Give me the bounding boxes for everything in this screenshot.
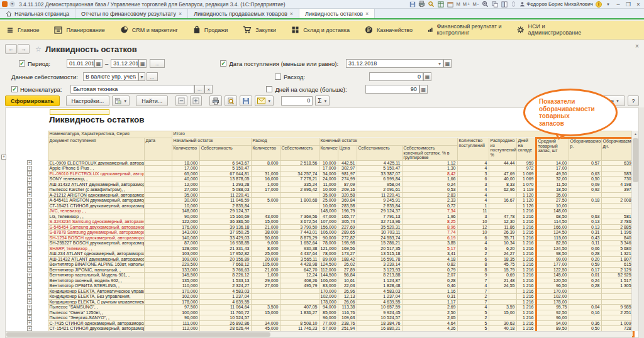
- value-cell[interactable]: 89,000: [319, 256, 338, 262]
- value-cell[interactable]: [569, 315, 601, 321]
- value-cell[interactable]: 639: [601, 160, 633, 166]
- value-cell[interactable]: 320,58: [338, 192, 357, 198]
- date-cell[interactable]: [144, 288, 172, 294]
- value-cell[interactable]: [280, 299, 319, 305]
- value-cell[interactable]: 52 925: [601, 273, 633, 278]
- value-cell[interactable]: 10: [457, 230, 489, 236]
- value-cell[interactable]: 90,000: [172, 214, 199, 219]
- value-cell[interactable]: [251, 209, 280, 214]
- value-cell[interactable]: 35,000: [319, 192, 338, 198]
- value-cell[interactable]: 17 952,82: [199, 251, 251, 257]
- value-cell[interactable]: 124,50: [536, 246, 569, 251]
- value-cell[interactable]: 840: [601, 235, 633, 241]
- expand-toggle[interactable]: +: [21, 310, 33, 315]
- tab-liquidity-balances[interactable]: Ликвидность остатков ×: [299, 9, 375, 18]
- value-cell[interactable]: 1,16: [402, 288, 457, 294]
- value-cell[interactable]: 1 216: [516, 267, 536, 273]
- value-cell[interactable]: 1 120: [516, 198, 536, 204]
- calendar-icon[interactable]: ▦: [443, 59, 452, 68]
- value-cell[interactable]: 111,000: [172, 320, 199, 326]
- value-cell[interactable]: [601, 315, 633, 321]
- value-cell[interactable]: 8 508,10: [280, 320, 319, 326]
- date-cell[interactable]: [144, 267, 172, 273]
- value-cell[interactable]: 90,000: [319, 235, 338, 241]
- value-cell[interactable]: 89,50: [536, 326, 569, 332]
- value-cell[interactable]: 2 251: [601, 310, 633, 315]
- value-cell[interactable]: 11 064,64: [199, 305, 251, 310]
- value-cell[interactable]: 33 429,03: [199, 235, 251, 241]
- value-cell[interactable]: 8: [457, 262, 489, 268]
- value-cell[interactable]: 39 136,18: [199, 224, 251, 230]
- value-cell[interactable]: 1 070: [516, 182, 536, 187]
- value-cell[interactable]: 16 591,78: [357, 256, 402, 262]
- value-cell[interactable]: 0,82: [402, 262, 457, 268]
- value-cell[interactable]: 730: [601, 177, 633, 182]
- value-cell[interactable]: 2,07: [402, 273, 457, 278]
- value-cell[interactable]: 115,00: [536, 235, 569, 241]
- value-cell[interactable]: 6 943,67: [199, 160, 251, 166]
- value-cell[interactable]: 1 807: [601, 256, 633, 262]
- date-cell[interactable]: [144, 177, 172, 182]
- value-cell[interactable]: 407,05: [280, 305, 319, 310]
- nomenclature-cell[interactable]: Кондиционер ELEKTA, Без управления,: [48, 294, 144, 300]
- value-cell[interactable]: 1 216: [516, 315, 536, 321]
- value-cell[interactable]: 4: [457, 187, 489, 193]
- date-cell[interactable]: [144, 214, 172, 219]
- value-cell[interactable]: [280, 209, 319, 214]
- value-cell[interactable]: 6 599,84: [357, 177, 402, 182]
- nomenclature-field[interactable]: Бытовая техника: [70, 85, 194, 94]
- date-cell[interactable]: [144, 219, 172, 225]
- date-cell[interactable]: [144, 262, 172, 268]
- expand-toggle[interactable]: +: [21, 262, 33, 268]
- value-cell[interactable]: 1,17: [402, 299, 457, 305]
- value-cell[interactable]: [280, 315, 319, 321]
- value-cell[interactable]: [280, 288, 319, 294]
- value-cell[interactable]: [601, 203, 633, 209]
- value-cell[interactable]: 274,99: [338, 177, 357, 182]
- value-cell[interactable]: 38,000: [251, 230, 280, 236]
- value-cell[interactable]: 188,42: [338, 256, 357, 262]
- print-preview-button[interactable]: [225, 95, 237, 106]
- value-cell[interactable]: [601, 288, 633, 294]
- value-cell[interactable]: 15,000: [251, 310, 280, 315]
- value-cell[interactable]: 14,00: [536, 160, 569, 166]
- value-cell[interactable]: [251, 288, 280, 294]
- value-cell[interactable]: 3 239,14: [357, 262, 402, 268]
- value-cell[interactable]: 87,000: [172, 241, 199, 246]
- value-cell[interactable]: 18,35: [489, 256, 516, 262]
- value-cell[interactable]: [251, 203, 280, 209]
- date-cell[interactable]: [144, 209, 172, 214]
- table-icon[interactable]: [437, 1, 444, 8]
- value-cell[interactable]: 0,11: [569, 241, 601, 246]
- value-cell[interactable]: 5,000: [251, 198, 280, 204]
- expand-toggle[interactable]: +: [21, 267, 33, 273]
- value-cell[interactable]: 1 216: [516, 299, 536, 305]
- value-cell[interactable]: 96,000: [319, 315, 338, 321]
- value-cell[interactable]: 96,000: [172, 315, 199, 321]
- value-cell[interactable]: 98,50: [536, 251, 569, 257]
- value-cell[interactable]: 3 346: [601, 241, 633, 246]
- value-cell[interactable]: 122,50: [536, 267, 569, 273]
- value-cell[interactable]: 6: [457, 246, 489, 251]
- value-cell[interactable]: 15 286,21: [357, 241, 402, 246]
- precision-input[interactable]: 0: [281, 96, 313, 106]
- window-restore-button[interactable]: ❐: [625, 1, 632, 8]
- expand-toggle[interactable]: +: [21, 219, 33, 225]
- value-cell[interactable]: 728: [601, 326, 633, 332]
- form-close-button[interactable]: ×: [633, 43, 641, 50]
- main-menu-icon[interactable]: ▾: [9, 1, 15, 7]
- value-cell[interactable]: 10,000: [319, 160, 338, 166]
- value-cell[interactable]: 173,27: [338, 251, 357, 257]
- value-cell[interactable]: 65,000: [172, 171, 199, 177]
- value-cell[interactable]: 17,000: [319, 166, 338, 172]
- app-logo-icon[interactable]: [2, 1, 8, 7]
- value-cell[interactable]: 227,69: [338, 224, 357, 230]
- value-cell[interactable]: 1 216: [516, 283, 536, 289]
- expand-toggle[interactable]: +: [21, 166, 33, 172]
- value-cell[interactable]: [601, 209, 633, 214]
- value-cell[interactable]: 0,24: [402, 182, 457, 187]
- grid-vertical-scrollbar[interactable]: ▲: [631, 131, 638, 331]
- value-cell[interactable]: 67 644,81: [199, 171, 251, 177]
- nomenclature-cell[interactable]: Вентилятор ОРБИТА STERLING, ,: [48, 283, 144, 289]
- value-cell[interactable]: 5 680: [601, 246, 633, 251]
